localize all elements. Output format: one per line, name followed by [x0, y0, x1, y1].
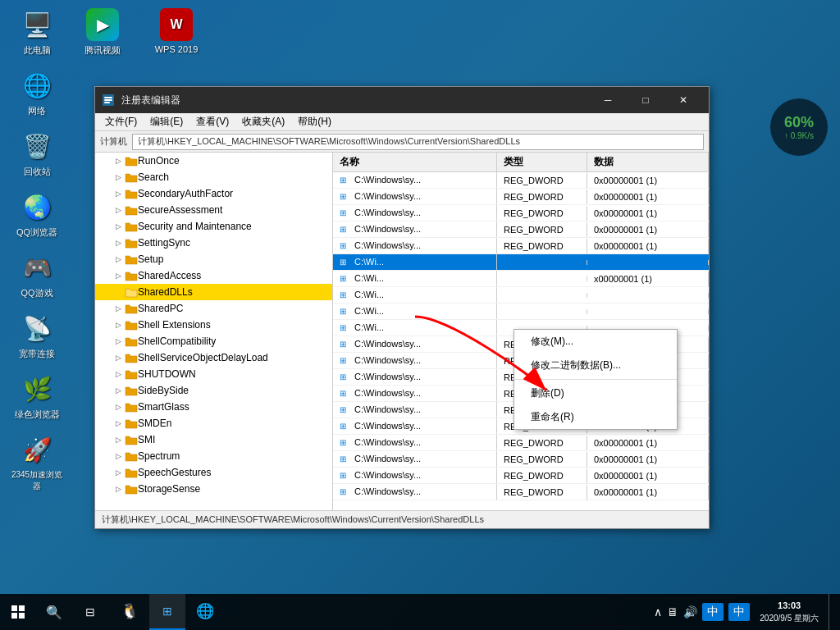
task-view-button[interactable]: ⊟	[72, 594, 108, 630]
desktop-icon-recycle-bin[interactable]: 🗑️ 回收站	[8, 130, 66, 178]
folder-icon	[125, 204, 138, 216]
tree-item-smi[interactable]: ▷ SMI	[95, 431, 332, 448]
tree-item-secure-assessment[interactable]: ▷ SecureAssessment	[95, 202, 332, 218]
tree-pane: ▷ RunOnce ▷ Search ▷ SecondaryAuthFactor…	[95, 153, 333, 510]
close-button[interactable]: ✕	[664, 87, 702, 113]
desktop-icon-wps[interactable]: W WPS 2019	[148, 8, 205, 57]
desktop-icon-green-browser[interactable]: 🌿 绿色浏览器	[8, 372, 66, 421]
desktop-icon-broadband[interactable]: 📡 宽带连接	[8, 312, 66, 360]
value-row[interactable]: ⊞C:\Windows\sy... REG_DWORD 0x00000001 (…	[333, 435, 709, 451]
values-header: 名称 类型 数据	[333, 153, 709, 172]
desktop-icon-qq-browser[interactable]: 🌏 QQ浏览器	[8, 190, 66, 239]
desktop-icon-qq-game[interactable]: 🎮 QQ游戏	[8, 251, 66, 299]
tree-item-shell-extensions[interactable]: ▷ Shell Extensions	[95, 317, 332, 333]
tray-ime-indicator[interactable]: 中	[728, 603, 750, 621]
svg-rect-5	[11, 605, 17, 611]
clock-time: 13:03	[760, 600, 819, 612]
address-bar: 计算机 计算机\HKEY_LOCAL_MACHINE\SOFTWARE\Micr…	[95, 131, 709, 153]
tree-item-speech-gestures[interactable]: ▷ SpeechGestures	[95, 464, 332, 481]
ctx-delete[interactable]: 删除(D)	[514, 381, 677, 405]
show-desktop-button[interactable]	[829, 594, 833, 630]
tree-item-runonce[interactable]: ▷ RunOnce	[95, 153, 332, 169]
folder-icon	[125, 434, 138, 445]
tree-item-search[interactable]: ▷ Search	[95, 169, 332, 185]
folder-icon	[125, 450, 138, 462]
ctx-rename[interactable]: 重命名(R)	[514, 405, 677, 429]
desktop-icon-this-pc[interactable]: 🖥️ 此电脑	[8, 8, 66, 57]
address-path[interactable]: 计算机\HKEY_LOCAL_MACHINE\SOFTWARE\Microsof…	[132, 134, 704, 150]
tray-show-hidden[interactable]: ∧	[654, 605, 662, 619]
taskbar-regedit-btn[interactable]: ⊞	[149, 594, 185, 630]
value-row[interactable]: ⊞C:\Wi...	[333, 287, 709, 304]
window-controls: ─ □ ✕	[589, 87, 702, 113]
desktop: 🖥️ 此电脑 🌐 网络 🗑️ 回收站 🌏 QQ浏览器 🎮 QQ游戏 📡 宽带连接…	[0, 0, 840, 630]
value-row[interactable]: ⊞C:\Windows\sy... REG_DWORD 0x00000001 (…	[333, 468, 709, 484]
folder-icon	[125, 270, 138, 281]
speed-percent: 60%	[784, 114, 814, 131]
tree-item-smartglass[interactable]: ▷ SmartGlass	[95, 399, 332, 415]
context-menu: 修改(M)... 修改二进制数据(B)... 删除(D) 重命名(R)	[514, 329, 678, 430]
taskbar-qq-btn[interactable]: 🐧	[112, 594, 148, 630]
folder-icon	[125, 385, 138, 396]
taskbar-clock[interactable]: 13:03 2020/9/5 星期六	[753, 598, 825, 625]
minimize-button[interactable]: ─	[589, 87, 627, 113]
tree-item-shared-pc[interactable]: ▷ SharedPC	[95, 300, 332, 317]
value-row-selected[interactable]: ⊞C:\Wi...	[333, 254, 709, 271]
tree-item-side-by-side[interactable]: ▷ SideBySide	[95, 382, 332, 399]
speed-rate: ↑ 0.9K/s	[784, 131, 814, 140]
tree-item-smden[interactable]: ▷ SMDEn	[95, 415, 332, 431]
tree-item-setting-sync[interactable]: ▷ SettingSync	[95, 235, 332, 251]
taskbar-search-button[interactable]: 🔍	[36, 594, 72, 630]
tray-icon-volume[interactable]: 🔊	[683, 605, 697, 619]
tree-item-spectrum[interactable]: ▷ Spectrum	[95, 448, 332, 464]
ctx-modify[interactable]: 修改(M)...	[514, 330, 677, 354]
menu-bar: 文件(F) 编辑(E) 查看(V) 收藏夹(A) 帮助(H)	[95, 113, 709, 131]
tree-item-security-maintenance[interactable]: ▷ Security and Maintenance	[95, 218, 332, 235]
folder-icon	[125, 237, 138, 249]
clock-date: 2020/9/5 星期六	[760, 613, 819, 624]
desktop-icons-top: ▶ 腾讯视频 W WPS 2019	[74, 8, 205, 57]
tree-item-shell-compat[interactable]: ▷ ShellCompatibility	[95, 333, 332, 349]
ctx-separator	[514, 379, 677, 380]
tree-item-setup[interactable]: ▷ Setup	[95, 251, 332, 267]
folder-icon	[125, 253, 138, 265]
menu-edit[interactable]: 编辑(E)	[144, 113, 189, 130]
tree-item-secondary-auth[interactable]: ▷ SecondaryAuthFactor	[95, 185, 332, 202]
svg-rect-8	[19, 613, 25, 619]
value-row[interactable]: ⊞C:\Wi...	[333, 304, 709, 320]
desktop-icon-2345[interactable]: 🚀 2345加速浏览器	[8, 433, 66, 492]
tree-item-shutdown[interactable]: ▷ SHUTDOWN	[95, 366, 332, 382]
svg-rect-1	[104, 97, 112, 98]
tree-item-shared-dlls[interactable]: SharedDLLs	[95, 284, 332, 300]
maximize-button[interactable]: □	[627, 87, 664, 113]
col-header-name: 名称	[333, 153, 497, 171]
svg-rect-6	[19, 605, 25, 611]
menu-file[interactable]: 文件(F)	[98, 113, 144, 130]
start-button[interactable]	[0, 594, 36, 630]
tree-item-shared-access[interactable]: ▷ SharedAccess	[95, 267, 332, 284]
tray-lang-indicator[interactable]: 中	[702, 603, 724, 621]
tray-icons: ∧ 🖥 🔊 中 中	[654, 603, 750, 621]
desktop-icon-tencent[interactable]: ▶ 腾讯视频	[74, 8, 131, 57]
menu-help[interactable]: 帮助(H)	[291, 113, 338, 130]
window-title: 注册表编辑器	[121, 94, 589, 107]
svg-rect-2	[104, 99, 112, 101]
menu-favorites[interactable]: 收藏夹(A)	[235, 113, 291, 130]
menu-view[interactable]: 查看(V)	[189, 113, 235, 130]
desktop-icon-network[interactable]: 🌐 网络	[8, 69, 66, 117]
regedit-window: 注册表编辑器 ─ □ ✕ 文件(F) 编辑(E) 查看(V) 收藏夹(A) 帮助…	[94, 86, 710, 529]
address-label: 计算机	[100, 135, 127, 148]
value-row[interactable]: ⊞C:\Windows\sy... REG_DWORD 0x00000001 (…	[333, 221, 709, 238]
value-row[interactable]: ⊞C:\Windows\sy... REG_DWORD 0x00000001 (…	[333, 172, 709, 189]
value-row[interactable]: ⊞C:\Windows\sy... REG_DWORD 0x00000001 (…	[333, 205, 709, 221]
ctx-modify-binary[interactable]: 修改二进制数据(B)...	[514, 354, 677, 377]
tree-item-storage-sense[interactable]: ▷ StorageSense	[95, 481, 332, 497]
folder-icon	[125, 336, 138, 347]
value-row[interactable]: ⊞C:\Wi... x00000001 (1)	[333, 271, 709, 287]
value-row[interactable]: ⊞C:\Windows\sy... REG_DWORD 0x00000001 (…	[333, 189, 709, 205]
tree-item-shell-service[interactable]: ▷ ShellServiceObjectDelayLoad	[95, 349, 332, 366]
taskbar-edge-btn[interactable]: 🌐	[187, 594, 223, 630]
value-row[interactable]: ⊞C:\Windows\sy... REG_DWORD 0x00000001 (…	[333, 484, 709, 500]
value-row[interactable]: ⊞C:\Windows\sy... REG_DWORD 0x00000001 (…	[333, 451, 709, 468]
value-row[interactable]: ⊞C:\Windows\sy... REG_DWORD 0x00000001 (…	[333, 238, 709, 254]
